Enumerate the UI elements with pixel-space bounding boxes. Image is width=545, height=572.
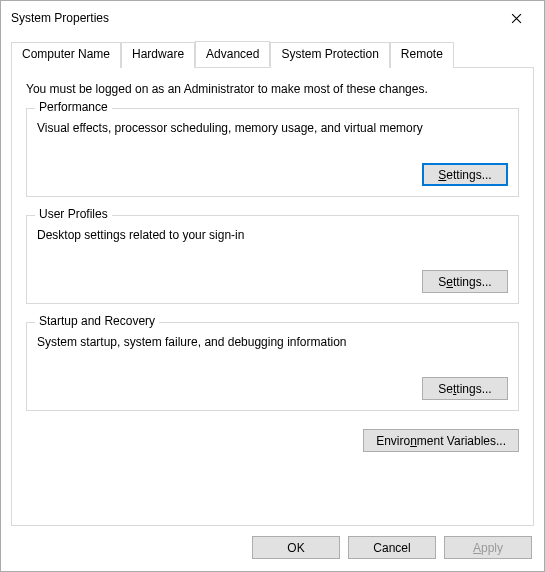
tab-advanced[interactable]: Advanced — [195, 41, 270, 67]
performance-group: Performance Visual effects, processor sc… — [26, 108, 519, 197]
startup-recovery-settings-button[interactable]: Settings... — [422, 377, 508, 400]
startup-recovery-group: Startup and Recovery System startup, sys… — [26, 322, 519, 411]
user-profiles-button-row: Settings... — [37, 270, 508, 293]
tab-system-protection[interactable]: System Protection — [270, 42, 389, 68]
cancel-button[interactable]: Cancel — [348, 536, 436, 559]
user-profiles-title: User Profiles — [35, 207, 112, 221]
performance-title: Performance — [35, 100, 112, 114]
startup-recovery-title: Startup and Recovery — [35, 314, 159, 328]
admin-message: You must be logged on as an Administrato… — [26, 82, 519, 96]
content-area: Computer Name Hardware Advanced System P… — [1, 35, 544, 526]
startup-recovery-desc: System startup, system failure, and debu… — [37, 335, 508, 349]
performance-button-row: Settings... — [37, 163, 508, 186]
close-icon — [511, 13, 522, 24]
startup-recovery-button-row: Settings... — [37, 377, 508, 400]
close-button[interactable] — [496, 5, 536, 31]
user-profiles-desc: Desktop settings related to your sign-in — [37, 228, 508, 242]
tab-hardware[interactable]: Hardware — [121, 42, 195, 68]
performance-desc: Visual effects, processor scheduling, me… — [37, 121, 508, 135]
env-variables-row: Environment Variables... — [26, 429, 519, 452]
environment-variables-button[interactable]: Environment Variables... — [363, 429, 519, 452]
tab-computer-name[interactable]: Computer Name — [11, 42, 121, 68]
performance-settings-button[interactable]: Settings... — [422, 163, 508, 186]
titlebar: System Properties — [1, 1, 544, 35]
tab-strip: Computer Name Hardware Advanced System P… — [11, 41, 534, 67]
ok-button[interactable]: OK — [252, 536, 340, 559]
system-properties-window: System Properties Computer Name Hardware… — [0, 0, 545, 572]
dialog-button-bar: OK Cancel Apply — [1, 526, 544, 571]
user-profiles-settings-button[interactable]: Settings... — [422, 270, 508, 293]
apply-button[interactable]: Apply — [444, 536, 532, 559]
tab-panel-advanced: You must be logged on as an Administrato… — [11, 67, 534, 526]
user-profiles-group: User Profiles Desktop settings related t… — [26, 215, 519, 304]
window-title: System Properties — [11, 11, 109, 25]
tab-remote[interactable]: Remote — [390, 42, 454, 68]
